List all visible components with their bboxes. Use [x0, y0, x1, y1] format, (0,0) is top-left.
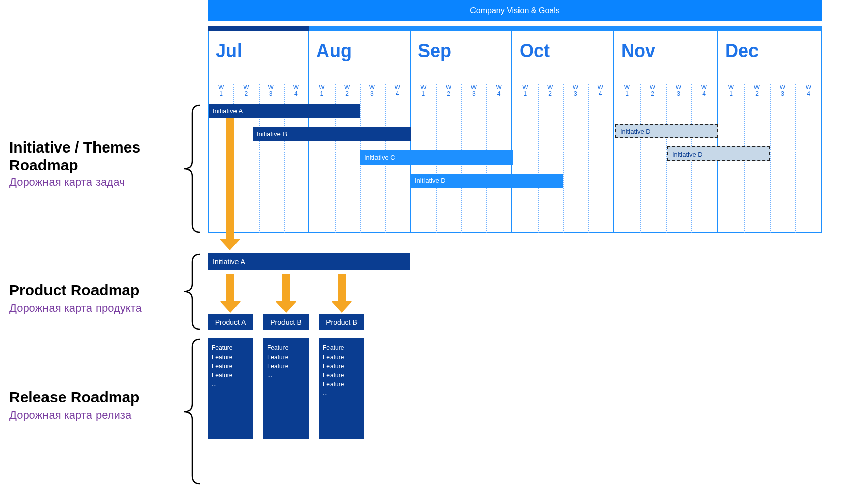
month-strip [411, 26, 512, 31]
month-strip [512, 26, 614, 31]
week-label: W1 [718, 84, 744, 97]
feature-line: ... [267, 371, 305, 380]
week-separator [795, 84, 796, 233]
feature-line: Feature [323, 343, 360, 352]
feature-line: Feature [267, 343, 305, 352]
product-box: Product B [319, 314, 364, 330]
week-label: W2 [538, 84, 563, 97]
month-strip [718, 26, 822, 31]
week-label: W3 [666, 84, 691, 97]
section-title-en: Product Roadmap [9, 282, 191, 299]
initiative-bar: Initiative D [411, 174, 563, 188]
week-label: W4 [284, 84, 308, 97]
week-separator [563, 84, 564, 233]
product-box: Product B [263, 314, 309, 330]
feature-line: Feature [267, 352, 305, 362]
week-label: W1 [512, 84, 538, 97]
week-label: W4 [588, 84, 613, 97]
feature-line: ... [323, 389, 360, 398]
week-label: W3 [461, 84, 487, 97]
month-strip [309, 26, 411, 31]
initiative-bar: Initiative C [360, 150, 513, 165]
release-box: FeatureFeatureFeatureFeatureFeature... [319, 338, 364, 439]
month-label: Nov [621, 40, 655, 62]
month-strip [208, 26, 309, 31]
month-column: SepW1W2W3W4 [411, 31, 512, 233]
curly-brace-icon [177, 104, 202, 233]
feature-line: Feature [267, 362, 305, 371]
feature-line: Feature [212, 362, 249, 371]
week-label: W1 [614, 84, 640, 97]
section-title-ru: Дорожная карта задач [9, 176, 191, 189]
feature-line: Feature [323, 362, 360, 371]
diagram-canvas: Company Vision & Goals JulW1W2W3W4AugW1W… [0, 0, 849, 504]
section-title-ru: Дорожная карта релиза [9, 409, 191, 422]
section-label: Product RoadmapДорожная карта продукта [9, 282, 191, 315]
weeks-container: W1W2W3W4 [512, 84, 613, 233]
release-box: FeatureFeatureFeature... [263, 338, 309, 439]
section-title-en: Initiative / Themes Roadmap [9, 139, 191, 174]
month-label: Dec [725, 40, 759, 62]
week-label: W4 [385, 84, 410, 97]
week-label: W1 [309, 84, 335, 97]
month-label: Aug [316, 40, 352, 62]
week-label: W1 [209, 84, 233, 97]
month-column: OctW1W2W3W4 [512, 31, 614, 233]
week-label: W2 [335, 84, 360, 97]
feature-line: Feature [212, 352, 249, 362]
week-label: W3 [360, 84, 385, 97]
release-box: FeatureFeatureFeatureFeature... [208, 338, 253, 439]
month-label: Jul [216, 40, 242, 62]
week-label: W3 [563, 84, 588, 97]
section-label: Initiative / Themes RoadmapДорожная карт… [9, 139, 191, 189]
feature-line: Feature [323, 371, 360, 380]
month-label: Oct [520, 40, 550, 62]
week-label: W4 [486, 84, 511, 97]
feature-line: Feature [323, 380, 360, 389]
month-label: Sep [418, 40, 451, 62]
initiative-detail-bar: Initiative A [208, 253, 410, 270]
arrow-down-icon [222, 118, 238, 241]
initiative-bar: Initiative D [615, 124, 718, 138]
feature-line: Feature [212, 371, 249, 380]
curly-brace-icon [177, 338, 202, 485]
arrow-down-icon [278, 274, 294, 304]
week-separator [538, 84, 539, 233]
week-label: W2 [436, 84, 461, 97]
feature-line: Feature [212, 343, 249, 352]
week-separator [666, 84, 667, 233]
month-strip [614, 26, 718, 31]
initiative-bar: Initiative A [209, 104, 360, 118]
arrow-down-icon [334, 274, 350, 304]
initiative-bar: Initiative B [253, 127, 411, 141]
week-label: W3 [770, 84, 795, 97]
curly-brace-icon [177, 253, 202, 330]
product-box: Product A [208, 314, 253, 330]
week-label: W2 [744, 84, 770, 97]
week-label: W4 [795, 84, 821, 97]
feature-line: Feature [323, 352, 360, 362]
week-separator [588, 84, 589, 233]
week-label: W2 [233, 84, 258, 97]
vision-goals-header: Company Vision & Goals [208, 0, 822, 21]
week-label: W3 [259, 84, 284, 97]
section-label: Release RoadmapДорожная карта релиза [9, 389, 191, 422]
initiative-bar: Initiative D [667, 146, 770, 161]
week-label: W2 [640, 84, 666, 97]
week-separator [640, 84, 641, 233]
feature-line: ... [212, 380, 249, 389]
month-column: DecW1W2W3W4 [718, 31, 822, 233]
week-label: W1 [411, 84, 436, 97]
section-title-ru: Дорожная карта продукта [9, 301, 191, 315]
section-title-en: Release Roadmap [9, 389, 191, 407]
week-label: W4 [691, 84, 717, 97]
arrow-down-icon [222, 274, 239, 304]
